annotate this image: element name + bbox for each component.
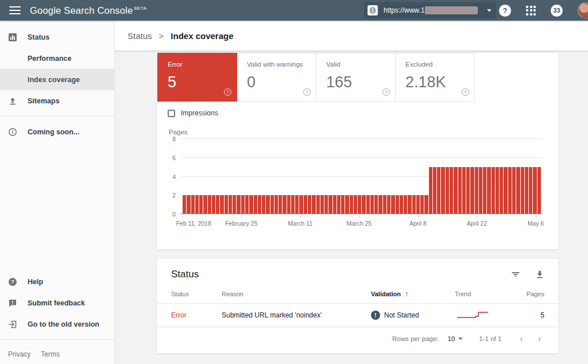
bar[interactable] bbox=[420, 195, 424, 214]
bar[interactable] bbox=[287, 195, 291, 214]
bar[interactable] bbox=[328, 195, 332, 214]
table-row[interactable]: Error Submitted URL marked 'noindex' ! N… bbox=[157, 304, 558, 327]
bar[interactable] bbox=[458, 167, 462, 214]
help-icon[interactable]: ? bbox=[303, 88, 311, 96]
bar[interactable] bbox=[220, 195, 223, 214]
bar[interactable] bbox=[354, 195, 357, 214]
bar[interactable] bbox=[533, 167, 536, 214]
bar[interactable] bbox=[212, 195, 215, 214]
bar[interactable] bbox=[466, 167, 470, 214]
bar[interactable] bbox=[233, 195, 236, 214]
help-button[interactable]: ? bbox=[499, 5, 511, 17]
bar[interactable] bbox=[187, 195, 190, 214]
sidebar-item-sitemaps[interactable]: Sitemaps bbox=[0, 90, 114, 111]
bar[interactable] bbox=[383, 195, 386, 214]
breadcrumb-parent[interactable]: Status bbox=[127, 31, 152, 41]
bar[interactable] bbox=[312, 195, 315, 214]
bar[interactable] bbox=[341, 195, 345, 214]
help-icon[interactable]: ? bbox=[462, 88, 469, 96]
bar[interactable] bbox=[237, 195, 240, 214]
bar[interactable] bbox=[183, 195, 186, 214]
sidebar-item-old-version[interactable]: Go to the old version bbox=[0, 313, 114, 335]
bar[interactable] bbox=[437, 167, 440, 214]
bar[interactable] bbox=[512, 167, 516, 214]
terms-link[interactable]: Terms bbox=[41, 350, 60, 358]
sidebar-item-index-coverage[interactable]: Index coverage bbox=[0, 69, 114, 90]
bar[interactable] bbox=[283, 195, 286, 214]
bar[interactable] bbox=[370, 195, 374, 214]
bar[interactable] bbox=[362, 195, 365, 214]
bar[interactable] bbox=[462, 167, 466, 214]
bar[interactable] bbox=[508, 167, 512, 214]
bar[interactable] bbox=[404, 195, 407, 214]
bar[interactable] bbox=[333, 195, 336, 214]
notification-badge[interactable]: 33 bbox=[551, 5, 563, 17]
bar[interactable] bbox=[475, 167, 478, 214]
bar[interactable] bbox=[521, 167, 524, 214]
bar[interactable] bbox=[429, 167, 432, 214]
bar[interactable] bbox=[358, 195, 361, 214]
error-tile[interactable]: Error 5 ? bbox=[157, 53, 237, 102]
bar[interactable] bbox=[378, 195, 382, 214]
bar[interactable] bbox=[525, 167, 528, 214]
bar[interactable] bbox=[408, 195, 411, 214]
impressions-toggle[interactable]: Impressions bbox=[168, 109, 558, 117]
bar[interactable] bbox=[400, 195, 403, 214]
valid-tile[interactable]: Valid 165 ? bbox=[316, 53, 396, 102]
excluded-tile[interactable]: Excluded 2.18K ? bbox=[395, 53, 475, 102]
bar[interactable] bbox=[529, 167, 532, 214]
bar[interactable] bbox=[516, 167, 520, 214]
bar[interactable] bbox=[249, 195, 253, 214]
bar[interactable] bbox=[216, 195, 219, 214]
bar[interactable] bbox=[241, 195, 245, 214]
rows-per-page-select[interactable]: 10 bbox=[448, 335, 463, 342]
bar[interactable] bbox=[245, 195, 249, 214]
privacy-link[interactable]: Privacy bbox=[8, 350, 30, 358]
column-header-trend[interactable]: Trend bbox=[455, 291, 517, 297]
bar[interactable] bbox=[337, 195, 341, 214]
bar[interactable] bbox=[295, 195, 299, 214]
column-header-pages[interactable]: Pages bbox=[517, 291, 544, 297]
menu-icon[interactable] bbox=[9, 6, 21, 14]
bar[interactable] bbox=[479, 167, 482, 214]
bar[interactable] bbox=[416, 195, 420, 214]
filter-icon[interactable] bbox=[511, 270, 520, 279]
apps-grid-icon[interactable] bbox=[526, 6, 536, 16]
bar[interactable] bbox=[433, 167, 436, 214]
bar[interactable] bbox=[320, 195, 324, 214]
bar[interactable] bbox=[270, 195, 274, 214]
bar[interactable] bbox=[278, 195, 282, 214]
bar[interactable] bbox=[470, 167, 474, 214]
bar[interactable] bbox=[446, 167, 449, 214]
bar[interactable] bbox=[229, 195, 232, 214]
bar[interactable] bbox=[492, 167, 495, 214]
bar[interactable] bbox=[258, 195, 261, 214]
bar[interactable] bbox=[350, 195, 353, 214]
bar[interactable] bbox=[345, 195, 349, 214]
bar[interactable] bbox=[374, 195, 378, 214]
bar[interactable] bbox=[487, 167, 490, 214]
next-page-button[interactable]: › bbox=[533, 334, 546, 344]
prev-page-button[interactable]: ‹ bbox=[515, 334, 527, 344]
bar[interactable] bbox=[450, 167, 453, 214]
bar[interactable] bbox=[537, 167, 541, 214]
sidebar-item-help[interactable]: ? Help bbox=[0, 271, 114, 292]
bar[interactable] bbox=[504, 167, 507, 214]
help-icon[interactable]: ? bbox=[382, 88, 390, 96]
bar[interactable] bbox=[274, 195, 278, 214]
bar[interactable] bbox=[391, 195, 394, 214]
sidebar-item-submit-feedback[interactable]: Submit feedback bbox=[0, 292, 114, 313]
bar[interactable] bbox=[225, 195, 228, 214]
sidebar-item-status[interactable]: Status bbox=[0, 26, 114, 48]
bar[interactable] bbox=[203, 195, 207, 214]
bar[interactable] bbox=[254, 195, 257, 214]
bar[interactable] bbox=[412, 195, 416, 214]
bar[interactable] bbox=[483, 167, 486, 214]
bar[interactable] bbox=[424, 195, 428, 214]
help-icon[interactable]: ? bbox=[224, 88, 231, 96]
bar[interactable] bbox=[500, 167, 503, 214]
bar[interactable] bbox=[291, 195, 295, 214]
bar[interactable] bbox=[195, 195, 199, 214]
column-header-validation[interactable]: Validation ↑ bbox=[371, 290, 455, 298]
bar[interactable] bbox=[191, 195, 195, 214]
